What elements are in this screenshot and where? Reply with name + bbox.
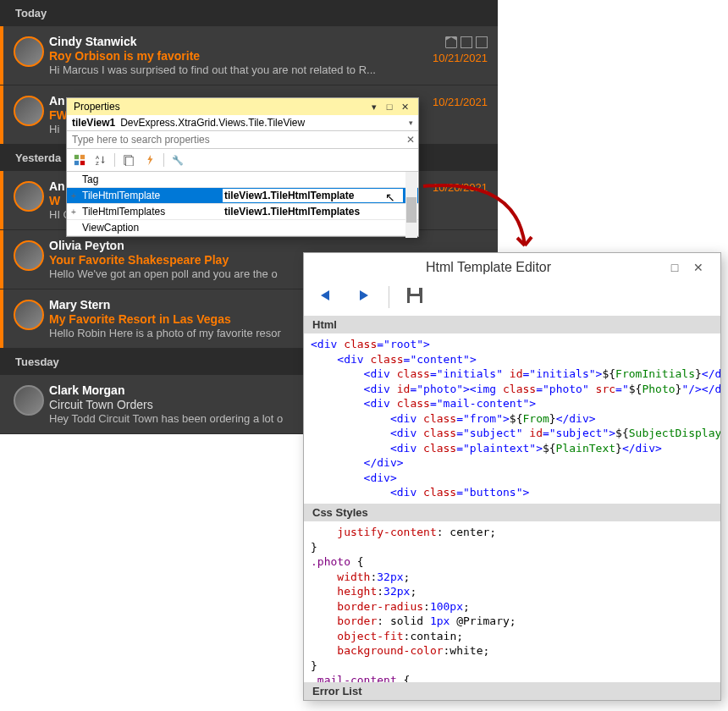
sender-name: Cindy Stanwick (49, 35, 420, 48)
property-name: TileHtmlTemplates (80, 205, 223, 218)
avatar-wrap (0, 179, 49, 221)
group-header: Today (0, 0, 498, 26)
html-code-area[interactable]: <div class="root"> <div class="content">… (304, 333, 720, 504)
alphabetical-icon[interactable]: AZ (91, 152, 110, 168)
property-name: TileHtmlTemplate (80, 189, 223, 202)
property-name: ViewCaption (80, 221, 223, 234)
svg-rect-7 (126, 157, 134, 167)
date-column: 10/21/2021 (420, 35, 488, 76)
property-row[interactable]: +TileHtmlTemplatetileView1.TileHtmlTempl… (67, 188, 418, 204)
maximize-icon[interactable]: □ (663, 261, 687, 274)
svg-rect-2 (74, 161, 79, 165)
property-value[interactable] (223, 227, 418, 229)
sender-name: Olivia Peyton (49, 239, 420, 252)
svg-text:A: A (96, 154, 100, 160)
properties-search-input[interactable] (67, 131, 403, 148)
expand-icon[interactable]: + (67, 207, 80, 217)
scrollbar-thumb[interactable] (406, 197, 416, 223)
scrollbar-track[interactable] (405, 172, 417, 238)
close-icon[interactable]: ✕ (687, 261, 710, 274)
save-button[interactable] (403, 285, 427, 309)
avatar (14, 96, 44, 126)
avatar-wrap (0, 35, 49, 76)
editor-title-text: Html Template Editor (314, 260, 663, 275)
editor-toolbar (304, 282, 720, 316)
email-date: 10/20/2021 (420, 181, 488, 194)
property-name: Tag (80, 173, 223, 186)
properties-toolbar: AZ 🔧 (67, 149, 418, 172)
properties-grid[interactable]: Tag+TileHtmlTemplatetileView1.TileHtmlTe… (67, 172, 418, 236)
email-date: 10/21/2021 (420, 52, 488, 64)
property-row[interactable]: Tag (67, 172, 418, 188)
editor-titlebar[interactable]: Html Template Editor □ ✕ (304, 253, 720, 282)
email-subject: Roy Orbison is my favorite (49, 49, 420, 63)
avatar-wrap (0, 383, 49, 425)
property-row[interactable]: ViewCaption (67, 220, 418, 236)
avatar (14, 181, 44, 212)
html-section-header: Html (304, 316, 720, 333)
html-template-editor-window: Html Template Editor □ ✕ Html <div class… (303, 252, 721, 701)
properties-window: Properties ▾ □ ✕ tileView1 DevExpress.Xt… (66, 97, 419, 237)
svg-rect-3 (80, 161, 85, 165)
object-type: DevExpress.XtraGrid.Views.Tile.TileView (120, 117, 305, 129)
error-list-header: Error List (304, 682, 720, 700)
categorized-icon[interactable] (70, 152, 89, 168)
email-row[interactable]: Cindy StanwickRoy Orbison is my favorite… (0, 26, 498, 85)
svg-rect-9 (411, 288, 419, 294)
properties-title-text: Properties (74, 101, 366, 113)
flag-icon (476, 36, 488, 48)
date-column: 10/20/2021 (420, 179, 488, 221)
wrench-icon[interactable]: 🔧 (168, 152, 187, 168)
avatar-wrap (0, 298, 49, 339)
email-body: Cindy StanwickRoy Orbison is my favorite… (49, 35, 420, 76)
avatar (14, 240, 44, 271)
css-code-area[interactable]: justify-content: center; } .photo { widt… (304, 521, 720, 682)
avatar-wrap (0, 239, 49, 280)
dropdown-icon[interactable]: ▾ (367, 101, 381, 113)
property-value[interactable]: tileView1.TileHtmlTemplate (223, 189, 403, 202)
close-icon[interactable]: ✕ (398, 101, 411, 113)
redo-button[interactable] (351, 285, 375, 309)
date-column: 10/21/2021 (420, 94, 488, 135)
property-value[interactable] (223, 179, 418, 180)
undo-button[interactable] (314, 285, 338, 309)
properties-titlebar[interactable]: Properties ▾ □ ✕ (67, 98, 418, 115)
avatar (14, 300, 44, 330)
email-preview: Hi Marcus I was surprised to find out th… (49, 63, 420, 76)
css-section-header: Css Styles (304, 504, 720, 521)
property-pages-icon[interactable] (119, 152, 138, 168)
expand-icon[interactable]: + (67, 191, 80, 201)
svg-rect-1 (80, 155, 85, 159)
object-name: tileView1 (72, 117, 115, 129)
avatar (14, 385, 44, 416)
svg-rect-0 (74, 155, 79, 159)
clear-search-icon[interactable]: ✕ (403, 134, 418, 146)
object-selector[interactable]: tileView1 DevExpress.XtraGrid.Views.Tile… (67, 115, 418, 131)
svg-text:Z: Z (96, 160, 99, 166)
trash-icon (461, 36, 472, 48)
property-row[interactable]: +TileHtmlTemplatestileView1.TileHtmlTemp… (67, 204, 418, 220)
envelope-icon (445, 36, 457, 48)
row-action-icons[interactable] (420, 36, 488, 48)
maximize-icon[interactable]: □ (383, 101, 396, 113)
property-value[interactable]: tileView1.TileHtmlTemplates (223, 205, 418, 218)
email-date: 10/21/2021 (420, 96, 488, 108)
events-icon[interactable] (141, 152, 159, 168)
svg-rect-10 (410, 296, 420, 303)
avatar (14, 36, 44, 67)
chevron-down-icon[interactable]: ▾ (409, 118, 413, 127)
avatar-wrap (0, 94, 49, 135)
